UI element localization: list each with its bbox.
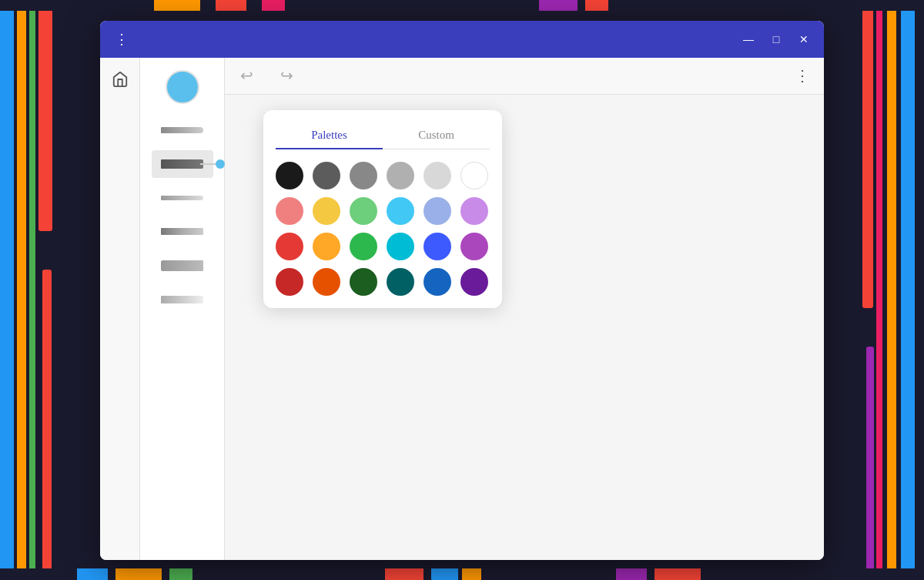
toolbar-top: ↩ ↪ ⋮ bbox=[225, 58, 824, 95]
swatch-medium-gray[interactable] bbox=[350, 162, 377, 189]
svg-rect-19 bbox=[169, 568, 192, 580]
svg-rect-4 bbox=[42, 270, 52, 578]
swatch-blue[interactable] bbox=[424, 233, 451, 260]
svg-rect-18 bbox=[116, 568, 162, 580]
svg-rect-1 bbox=[17, 0, 26, 580]
svg-rect-15 bbox=[585, 0, 608, 11]
svg-rect-7 bbox=[876, 0, 882, 580]
redo-button[interactable]: ↪ bbox=[274, 63, 299, 88]
svg-rect-13 bbox=[262, 0, 285, 11]
swatch-light-purple[interactable] bbox=[460, 197, 488, 225]
swatch-dark-blue[interactable] bbox=[424, 268, 451, 296]
tab-custom[interactable]: Custom bbox=[383, 122, 490, 149]
svg-rect-8 bbox=[862, 0, 873, 308]
svg-rect-0 bbox=[0, 0, 14, 580]
tool-marker-thin[interactable] bbox=[152, 184, 213, 212]
svg-rect-21 bbox=[431, 568, 458, 580]
tool-marker-thick[interactable] bbox=[152, 252, 213, 280]
close-button[interactable]: ✕ bbox=[793, 28, 815, 50]
maximize-button[interactable]: □ bbox=[765, 28, 787, 50]
titlebar: ⋮ — □ ✕ bbox=[100, 21, 824, 58]
swatch-light-cyan[interactable] bbox=[387, 197, 414, 225]
tool-pen-active[interactable] bbox=[152, 150, 213, 178]
home-button[interactable] bbox=[106, 65, 134, 93]
swatch-light-blue[interactable] bbox=[424, 197, 451, 225]
undo-button[interactable]: ↩ bbox=[234, 63, 259, 88]
tool-eraser[interactable] bbox=[152, 286, 213, 313]
svg-rect-17 bbox=[77, 568, 108, 580]
swatch-very-light-gray[interactable] bbox=[424, 162, 451, 189]
svg-rect-20 bbox=[385, 568, 424, 580]
swatch-dark-purple[interactable] bbox=[460, 268, 488, 296]
color-grid bbox=[276, 162, 490, 296]
toolbar-side: ⋮ bbox=[790, 63, 815, 88]
swatch-light-red[interactable] bbox=[276, 197, 303, 225]
svg-rect-12 bbox=[216, 0, 246, 11]
svg-rect-10 bbox=[0, 0, 924, 11]
swatch-white[interactable] bbox=[460, 162, 488, 189]
tool-marker-medium[interactable] bbox=[152, 218, 213, 246]
svg-rect-3 bbox=[38, 0, 52, 231]
titlebar-menu-button[interactable]: ⋮ bbox=[109, 27, 134, 52]
swatch-dark-gray[interactable] bbox=[313, 162, 340, 189]
palette-tabs: Palettes Custom bbox=[276, 122, 490, 149]
swatch-purple[interactable] bbox=[460, 233, 488, 260]
sidebar bbox=[100, 58, 140, 560]
svg-rect-23 bbox=[616, 568, 647, 580]
svg-rect-5 bbox=[901, 0, 915, 580]
canvas-area[interactable]: Palettes Custom bbox=[225, 95, 824, 560]
tool-pencil-light[interactable] bbox=[152, 116, 213, 144]
tab-palettes[interactable]: Palettes bbox=[276, 122, 383, 149]
svg-rect-24 bbox=[654, 568, 701, 580]
svg-rect-16 bbox=[0, 568, 924, 580]
svg-rect-9 bbox=[866, 347, 874, 578]
swatch-orange[interactable] bbox=[313, 233, 340, 260]
swatch-dark-red[interactable] bbox=[276, 268, 303, 296]
app-body: ↩ ↪ ⋮ Palettes bbox=[100, 58, 824, 560]
svg-rect-6 bbox=[887, 0, 896, 580]
main-area: ↩ ↪ ⋮ Palettes bbox=[225, 58, 824, 560]
swatch-light-gray[interactable] bbox=[387, 162, 414, 189]
swatch-light-yellow[interactable] bbox=[313, 197, 340, 225]
swatch-red[interactable] bbox=[276, 233, 303, 260]
svg-rect-14 bbox=[539, 0, 578, 11]
swatch-green[interactable] bbox=[350, 233, 377, 260]
minimize-button[interactable]: — bbox=[738, 28, 759, 50]
swatch-dark-teal[interactable] bbox=[387, 268, 414, 296]
app-window: ⋮ — □ ✕ bbox=[100, 21, 824, 560]
tool-panel bbox=[140, 58, 225, 560]
more-options-button[interactable]: ⋮ bbox=[790, 63, 815, 88]
swatch-dark-orange[interactable] bbox=[313, 268, 340, 296]
swatch-light-green[interactable] bbox=[350, 197, 377, 225]
swatch-black[interactable] bbox=[276, 162, 303, 189]
color-selector[interactable] bbox=[166, 70, 199, 104]
color-palette-popup: Palettes Custom bbox=[263, 110, 502, 308]
swatch-dark-green[interactable] bbox=[350, 268, 377, 296]
svg-rect-11 bbox=[154, 0, 200, 11]
swatch-cyan[interactable] bbox=[387, 233, 414, 260]
svg-rect-22 bbox=[462, 568, 481, 580]
svg-rect-2 bbox=[29, 0, 35, 580]
